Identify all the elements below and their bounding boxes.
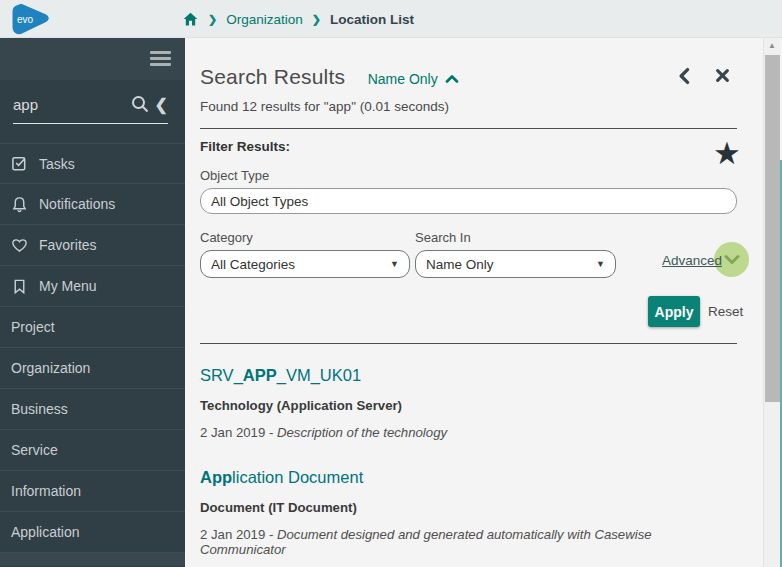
sidebar-collapse-icon[interactable]: ❮ bbox=[155, 95, 168, 114]
scope-toggle[interactable]: Name Only bbox=[368, 71, 459, 87]
tasks-icon bbox=[11, 155, 28, 172]
page-title: Search Results bbox=[200, 65, 345, 88]
search-result-item: SRV_APP_VM_UK01 Technology (Application … bbox=[200, 366, 737, 440]
result-type: Technology (Application Server) bbox=[200, 398, 737, 413]
sidebar-item-service[interactable]: Service bbox=[0, 430, 185, 471]
result-description: Description of the technology bbox=[277, 425, 447, 440]
scrollbar-thumb[interactable] bbox=[765, 55, 780, 402]
search-input[interactable] bbox=[13, 96, 124, 113]
results-header: Search Results Name Only bbox=[200, 38, 737, 96]
result-date-line: 2 Jan 2019 - Document designed and gener… bbox=[200, 527, 737, 557]
result-title-post: _VM_UK01 bbox=[277, 366, 361, 384]
scope-label: Name Only bbox=[368, 71, 438, 87]
evo-logo[interactable]: evo bbox=[9, 3, 51, 35]
close-button[interactable] bbox=[714, 67, 732, 85]
sidebar: ❮ Tasks Notifications bbox=[0, 38, 185, 567]
result-title-link[interactable]: Application Document bbox=[200, 468, 737, 487]
sidebar-item-organization[interactable]: Organization bbox=[0, 348, 185, 389]
filter-section: Filter Results: ★ Object Type Category A… bbox=[200, 139, 737, 329]
search-results-panel: Search Results Name Only bbox=[185, 38, 763, 567]
sidebar-item-label: Project bbox=[11, 319, 55, 335]
sidebar-item-label: My Menu bbox=[39, 278, 97, 294]
bell-icon bbox=[11, 196, 28, 213]
scroll-up-arrow[interactable]: ▲ bbox=[764, 38, 780, 54]
search-result-item: Application Document Document (IT Docume… bbox=[200, 468, 737, 557]
result-title-match: App bbox=[200, 468, 232, 486]
sidebar-item-label: Notifications bbox=[39, 196, 115, 212]
chevron-left-icon bbox=[676, 67, 694, 85]
sidebar-item-partial bbox=[0, 553, 185, 566]
sidebar-item-label: Favorites bbox=[39, 237, 97, 253]
advanced-link[interactable]: Advanced bbox=[662, 253, 722, 268]
result-title-link[interactable]: SRV_APP_VM_UK01 bbox=[200, 366, 737, 385]
caret-down-icon: ▼ bbox=[596, 259, 605, 269]
category-select[interactable]: All Categories ▼ bbox=[200, 250, 410, 278]
breadcrumb-organization[interactable]: Organization bbox=[226, 12, 303, 27]
caret-down-icon: ▼ bbox=[390, 259, 399, 269]
sidebar-item-label: Application bbox=[11, 524, 80, 540]
sidebar-item-my-menu[interactable]: My Menu bbox=[0, 266, 185, 307]
sidebar-search: ❮ bbox=[13, 94, 168, 124]
object-type-label: Object Type bbox=[200, 168, 737, 183]
chevron-right-icon: ❯ bbox=[208, 13, 217, 26]
result-title-match: APP bbox=[243, 366, 277, 384]
sidebar-item-information[interactable]: Information bbox=[0, 471, 185, 512]
home-icon[interactable] bbox=[182, 11, 199, 27]
chevron-down-icon bbox=[724, 254, 740, 265]
search-icon[interactable] bbox=[130, 94, 150, 114]
object-type-input[interactable] bbox=[200, 188, 737, 214]
sidebar-item-notifications[interactable]: Notifications bbox=[0, 184, 185, 225]
chevron-up-icon bbox=[445, 74, 459, 84]
top-bar: evo ❯ Organization ❯ Location List bbox=[0, 0, 782, 38]
sidebar-item-application[interactable]: Application bbox=[0, 512, 185, 553]
close-icon bbox=[714, 67, 731, 84]
sidebar-menu: Tasks Notifications Favorites My Men bbox=[0, 143, 185, 566]
evo-logo-text: evo bbox=[17, 14, 34, 25]
sidebar-header bbox=[0, 38, 185, 80]
result-type: Document (IT Document) bbox=[200, 500, 737, 515]
breadcrumb-location-list: Location List bbox=[330, 12, 414, 27]
result-title-post: lication Document bbox=[232, 468, 363, 486]
filter-heading: Filter Results: bbox=[200, 139, 737, 154]
category-label: Category bbox=[200, 230, 410, 245]
result-date: 2 Jan 2019 - bbox=[200, 425, 277, 440]
filter-selects: Category All Categories ▼ Search In Name… bbox=[200, 230, 737, 292]
vertical-scrollbar[interactable]: ▲ bbox=[763, 38, 780, 567]
apply-button[interactable]: Apply bbox=[648, 296, 700, 327]
sidebar-item-business[interactable]: Business bbox=[0, 389, 185, 430]
sidebar-item-tasks[interactable]: Tasks bbox=[0, 143, 185, 184]
sidebar-item-label: Service bbox=[11, 442, 58, 458]
back-button[interactable] bbox=[676, 67, 694, 85]
divider bbox=[200, 343, 737, 344]
divider bbox=[200, 128, 737, 129]
category-select-value: All Categories bbox=[211, 257, 295, 272]
sidebar-item-label: Tasks bbox=[39, 156, 75, 172]
search-in-label: Search In bbox=[415, 230, 616, 245]
sidebar-item-favorites[interactable]: Favorites bbox=[0, 225, 185, 266]
hamburger-menu-icon[interactable] bbox=[150, 51, 171, 69]
search-in-select-value: Name Only bbox=[426, 257, 494, 272]
sidebar-item-label: Organization bbox=[11, 360, 90, 376]
favorite-star-icon[interactable]: ★ bbox=[713, 139, 741, 169]
app-window: evo ❯ Organization ❯ Location List bbox=[0, 0, 782, 567]
results-summary: Found 12 results for "app" (0.01 seconds… bbox=[200, 99, 737, 114]
result-title-pre: SRV_ bbox=[200, 366, 243, 384]
chevron-right-icon: ❯ bbox=[312, 13, 321, 26]
breadcrumb: ❯ Organization ❯ Location List bbox=[182, 0, 414, 38]
heart-icon bbox=[11, 237, 28, 254]
sidebar-item-label: Information bbox=[11, 483, 81, 499]
reset-link[interactable]: Reset bbox=[708, 304, 743, 319]
bookmark-icon bbox=[11, 278, 28, 295]
sidebar-item-project[interactable]: Project bbox=[0, 307, 185, 348]
result-date-line: 2 Jan 2019 - Description of the technolo… bbox=[200, 425, 737, 440]
sidebar-item-label: Business bbox=[11, 401, 68, 417]
filter-actions: Apply Reset bbox=[200, 296, 737, 329]
search-in-select[interactable]: Name Only ▼ bbox=[415, 250, 616, 278]
result-date: 2 Jan 2019 - bbox=[200, 527, 277, 542]
